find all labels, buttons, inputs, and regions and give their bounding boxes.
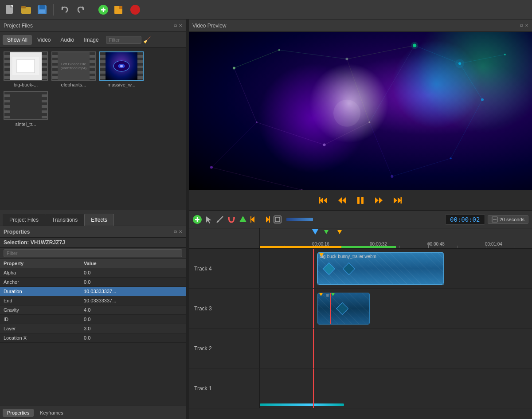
table-row[interactable]: Anchor0.0	[0, 278, 186, 287]
media-item-elephants[interactable]: Left Glance File (undefined.mp4) elephan…	[51, 51, 96, 87]
import-icon[interactable]	[113, 3, 126, 16]
tab-properties-bottom[interactable]: Properties	[3, 409, 34, 417]
magnet-tool-button[interactable]	[227, 215, 236, 224]
track-2-label: Track 2	[189, 329, 260, 368]
playhead-track1	[313, 368, 314, 408]
close-pf-icon[interactable]: ✕	[179, 23, 182, 28]
jump-start-button[interactable]	[316, 193, 330, 208]
save-icon[interactable]	[35, 3, 49, 16]
track1-clip-bar[interactable]	[260, 403, 344, 406]
prop-filter-input[interactable]	[4, 249, 182, 257]
track-4-body[interactable]: big-buck-bunny_trailer.webm	[260, 249, 532, 288]
undo-icon[interactable]	[58, 3, 71, 16]
tab-audio[interactable]: Audio	[56, 35, 79, 45]
svg-line-37	[347, 46, 415, 59]
open-icon[interactable]	[20, 3, 33, 16]
col-property: Property	[0, 259, 80, 268]
media-item-big-buck[interactable]: big-buck-...	[4, 51, 48, 87]
svg-rect-77	[250, 216, 251, 223]
clip-label-big-buck: big-buck-bunny_trailer.webm	[320, 254, 442, 259]
svg-rect-81	[275, 217, 280, 222]
track-2-body[interactable]	[260, 329, 532, 368]
prop-property-cell: End	[0, 296, 80, 305]
ruler-body: 00:00:16 00:00:32 00:00:48 00:01:04 00:0…	[260, 228, 532, 248]
timeline-jump-start-button[interactable]	[250, 215, 259, 224]
float-preview-icon[interactable]: ⧉	[520, 23, 523, 28]
close-prop-icon[interactable]: ✕	[179, 229, 182, 235]
redo-icon[interactable]	[74, 3, 87, 16]
table-row[interactable]: ID0.0	[0, 315, 186, 324]
media-item-sintel[interactable]: sintel_tr...	[4, 91, 48, 127]
prop-filter	[0, 248, 186, 259]
project-files-filter[interactable]	[106, 36, 141, 44]
track-2-row: Track 2	[189, 329, 532, 368]
clip-big-buck[interactable]: big-buck-bunny_trailer.webm	[317, 253, 444, 285]
add-clip-button[interactable]	[192, 215, 202, 224]
tab-transitions[interactable]: Transitions	[45, 214, 84, 226]
forward-button[interactable]	[372, 193, 386, 208]
track-3-body[interactable]: m	[260, 289, 532, 328]
project-files-tabs: Show All Video Audio Image 🧹	[0, 32, 186, 48]
svg-marker-70	[206, 216, 211, 223]
yellow-marker	[337, 230, 342, 234]
prop-property-cell: Layer	[0, 324, 80, 333]
float-prop-icon[interactable]: ⧉	[174, 229, 177, 235]
record-icon[interactable]	[129, 3, 142, 16]
table-row[interactable]: Gravity4.0	[0, 305, 186, 315]
table-row[interactable]: Duration10.03333337...	[0, 287, 186, 296]
table-row[interactable]: Layer3.0	[0, 324, 186, 333]
float-icon[interactable]: ⧉	[174, 23, 177, 28]
zoom-label: 20 seconds	[500, 217, 524, 222]
close-preview-icon[interactable]: ✕	[525, 23, 528, 28]
rewind-button[interactable]	[335, 193, 349, 208]
prop-value-cell: 0.0	[80, 315, 186, 324]
svg-rect-4	[21, 6, 26, 8]
table-row[interactable]: End10.03333337...	[0, 296, 186, 305]
table-row[interactable]: Alpha0.0	[0, 268, 186, 278]
tab-image[interactable]: Image	[79, 35, 103, 45]
tab-video[interactable]: Video	[33, 35, 55, 45]
new-icon[interactable]	[4, 3, 17, 16]
tab-show-all[interactable]: Show All	[3, 35, 32, 45]
media-item-massive[interactable]: massive_w...	[99, 51, 144, 87]
svg-point-26	[504, 54, 506, 55]
tab-project-files[interactable]: Project Files	[3, 214, 45, 226]
svg-rect-17	[17, 59, 35, 73]
playhead-track4	[313, 249, 314, 288]
svg-line-46	[211, 122, 257, 168]
prop-property-cell: ID	[0, 315, 80, 324]
select-tool-button[interactable]	[205, 215, 213, 223]
marker-button[interactable]	[239, 215, 247, 224]
loop-button[interactable]	[273, 215, 282, 224]
add-icon[interactable]	[97, 3, 110, 16]
table-row[interactable]: Location X0.0	[0, 333, 186, 343]
track-3-row: Track 3 m	[189, 289, 532, 329]
razor-tool-button[interactable]	[215, 215, 224, 224]
media-thumb-sintel	[4, 91, 48, 120]
svg-line-36	[279, 50, 347, 59]
clip-track3[interactable]: m	[317, 293, 370, 325]
timeline-jump-end-button[interactable]	[262, 215, 270, 224]
timeline-ruler-row: 00:00:16 00:00:32 00:00:48 00:01:04 00:0…	[189, 228, 532, 249]
clip3-marker-yellow	[319, 293, 323, 296]
svg-rect-12	[103, 8, 104, 12]
svg-line-44	[369, 122, 392, 176]
track-3-label: Track 3	[189, 289, 260, 328]
tab-keyframes[interactable]: Keyframes	[35, 409, 68, 417]
clear-filter-button[interactable]: 🧹	[143, 36, 151, 43]
green-marker	[324, 230, 329, 234]
track-1-body[interactable]	[260, 368, 532, 408]
tab-effects[interactable]: Effects	[84, 214, 113, 226]
svg-rect-83	[493, 219, 497, 220]
pause-button[interactable]	[353, 193, 368, 208]
track-1-row: Track 1	[189, 368, 532, 408]
prop-property-cell: Gravity	[0, 305, 80, 315]
media-label-elephants: elephants...	[61, 82, 86, 87]
time-display: 00:00:02	[445, 214, 485, 225]
prop-bottom-tabs: Properties Keyframes	[0, 406, 186, 419]
project-files-header: Project Files ⧉ ✕	[0, 20, 186, 32]
bottom-left-tabs: Project Files Transitions Effects	[0, 210, 186, 226]
playhead-track3	[313, 289, 314, 328]
jump-end-button[interactable]	[391, 193, 405, 208]
svg-rect-7	[39, 10, 45, 13]
